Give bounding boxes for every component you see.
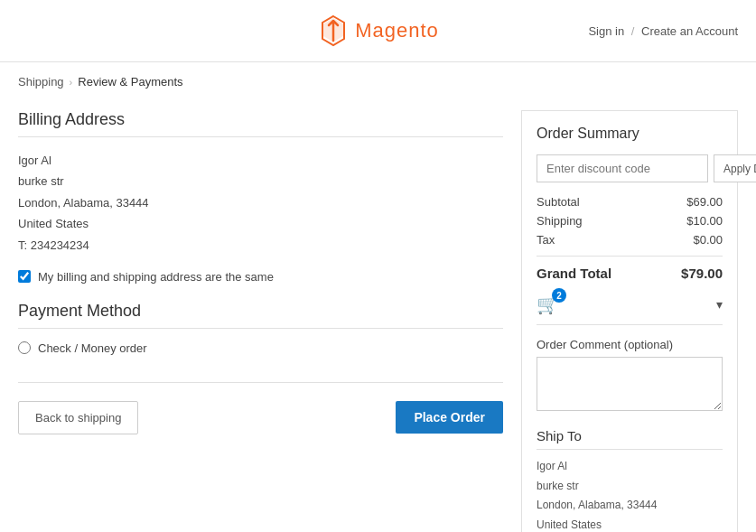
shipping-cost-value: $10.00 xyxy=(686,214,723,228)
cart-row: 🛒 2 ▾ xyxy=(537,294,723,325)
create-account-link[interactable]: Create an Account xyxy=(641,24,738,38)
action-buttons: Back to shipping Place Order xyxy=(18,382,503,434)
back-to-shipping-button[interactable]: Back to shipping xyxy=(18,401,138,434)
logo: Magento xyxy=(317,14,439,47)
discount-code-input[interactable] xyxy=(537,154,708,182)
breadcrumb-step2: Review & Payments xyxy=(78,75,182,89)
shipping-cost-label: Shipping xyxy=(537,214,583,228)
cart-badge: 2 xyxy=(552,288,566,303)
place-order-button[interactable]: Place Order xyxy=(396,401,503,434)
ship-to-name: Igor Al xyxy=(537,457,723,477)
tax-label: Tax xyxy=(537,233,555,247)
billing-city-state-zip: London, Alabama, 33444 xyxy=(18,192,503,213)
breadcrumb: Shipping › Review & Payments xyxy=(0,62,756,101)
order-comment-textarea[interactable] xyxy=(537,357,723,411)
left-column: Billing Address Igor Al burke str London… xyxy=(18,110,503,532)
ship-to-address: Igor Al burke str London, Alabama, 33444… xyxy=(537,457,723,532)
ship-to-country: United States xyxy=(537,516,723,532)
ship-to-street: burke str xyxy=(537,477,723,497)
breadcrumb-step1[interactable]: Shipping xyxy=(18,75,64,89)
tax-value: $0.00 xyxy=(693,233,723,247)
shipping-cost-row: Shipping $10.00 xyxy=(537,214,723,228)
billing-same-as-shipping-checkbox[interactable] xyxy=(18,270,31,283)
magento-logo-icon xyxy=(317,14,350,47)
grand-total-value: $79.00 xyxy=(681,266,723,281)
sign-in-link[interactable]: Sign in xyxy=(588,24,624,38)
billing-same-as-shipping-label[interactable]: My billing and shipping address are the … xyxy=(38,270,274,284)
breadcrumb-arrow-icon: › xyxy=(70,77,73,88)
billing-phone: T: 234234234 xyxy=(18,235,503,256)
logo-text: Magento xyxy=(355,19,439,42)
billing-country: United States xyxy=(18,213,503,234)
subtotal-label: Subtotal xyxy=(537,195,580,209)
order-summary-box: Order Summary Apply Discount Subtotal $6… xyxy=(521,110,738,532)
billing-same-as-shipping-row: My billing and shipping address are the … xyxy=(18,270,503,284)
cart-icon-wrap[interactable]: 🛒 2 xyxy=(537,294,559,315)
payment-method-section: Payment Method Check / Money order xyxy=(18,302,503,355)
right-column: Order Summary Apply Discount Subtotal $6… xyxy=(521,110,738,532)
order-summary-title: Order Summary xyxy=(537,126,723,142)
header: Magento Sign in / Create an Account xyxy=(0,0,756,62)
billing-address-block: Igor Al burke str London, Alabama, 33444… xyxy=(18,150,503,256)
check-money-radio[interactable] xyxy=(18,341,31,354)
subtotal-value: $69.00 xyxy=(686,195,723,209)
payment-method-row: Check / Money order xyxy=(18,341,503,355)
main-layout: Billing Address Igor Al burke str London… xyxy=(0,101,756,532)
order-comment-label: Order Comment (optional) xyxy=(537,338,723,351)
billing-name: Igor Al xyxy=(18,150,503,171)
apply-discount-button[interactable]: Apply Discount xyxy=(714,154,756,182)
tax-row: Tax $0.00 xyxy=(537,233,723,247)
grand-total-row: Grand Total $79.00 xyxy=(537,256,723,281)
grand-total-label: Grand Total xyxy=(537,266,611,281)
billing-address-title: Billing Address xyxy=(18,110,503,137)
ship-to-city-state-zip: London, Alabama, 33444 xyxy=(537,496,723,516)
header-divider: / xyxy=(631,24,635,38)
discount-row: Apply Discount xyxy=(537,154,723,182)
ship-to-title: Ship To xyxy=(537,428,723,450)
cart-chevron-down-icon[interactable]: ▾ xyxy=(716,297,723,312)
billing-street: burke str xyxy=(18,171,503,191)
subtotal-row: Subtotal $69.00 xyxy=(537,195,723,209)
check-money-label[interactable]: Check / Money order xyxy=(38,341,147,355)
payment-method-title: Payment Method xyxy=(18,302,503,329)
header-links: Sign in / Create an Account xyxy=(588,24,738,38)
